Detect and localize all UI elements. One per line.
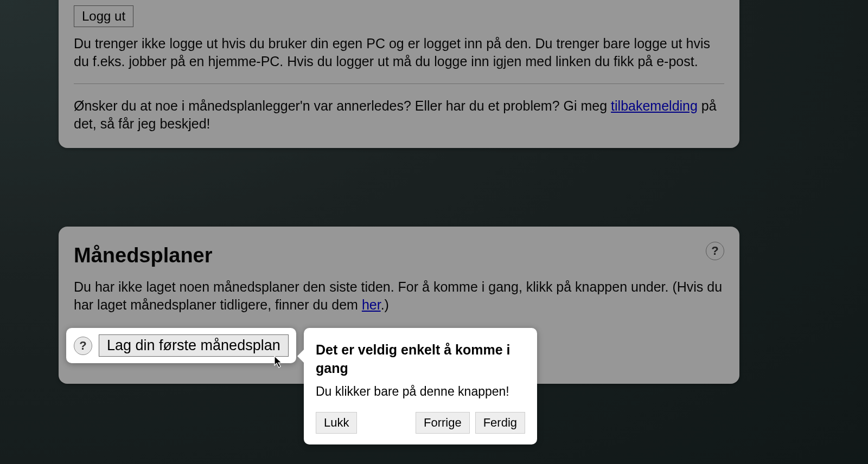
spacer: [362, 412, 410, 434]
monthly-plans-intro: Du har ikke laget noen månedsplaner den …: [74, 278, 724, 314]
feedback-text: Ønsker du at noe i månedsplanlegger'n va…: [74, 97, 724, 133]
monthly-plans-title: Månedsplaner: [74, 244, 724, 267]
logout-card: Logg ut Du trenger ikke logge ut hvis du…: [59, 0, 739, 148]
logout-info-text: Du trenger ikke logge ut hvis du bruker …: [74, 35, 724, 70]
feedback-link[interactable]: tilbakemelding: [611, 98, 698, 113]
divider: [74, 83, 724, 84]
archive-link[interactable]: her: [362, 297, 381, 312]
tour-highlight: ? Lag din første månedsplan: [66, 328, 296, 363]
inline-help-icon[interactable]: ?: [74, 337, 92, 355]
tour-done-button[interactable]: Ferdig: [475, 412, 525, 434]
intro-post: .): [381, 297, 389, 312]
tour-popover: Det er veldig enkelt å komme i gang Du k…: [304, 328, 537, 444]
tour-close-button[interactable]: Lukk: [316, 412, 357, 434]
help-icon[interactable]: ?: [706, 242, 724, 260]
create-first-plan-button[interactable]: Lag din første månedsplan: [99, 334, 289, 357]
popover-body: Du klikker bare på denne knappen!: [316, 384, 525, 399]
feedback-pre: Ønsker du at noe i månedsplanlegger'n va…: [74, 98, 611, 113]
tour-prev-button[interactable]: Forrige: [416, 412, 470, 434]
logout-button[interactable]: Logg ut: [74, 5, 133, 27]
popover-actions: Lukk Forrige Ferdig: [316, 412, 525, 434]
intro-pre: Du har ikke laget noen månedsplaner den …: [74, 279, 722, 312]
popover-title: Det er veldig enkelt å komme i gang: [316, 341, 525, 378]
